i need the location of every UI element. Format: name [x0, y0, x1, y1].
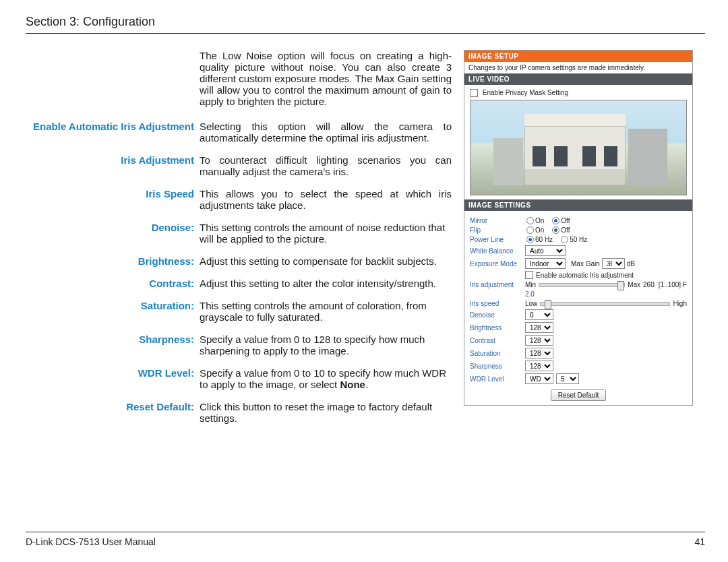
reset-default-button[interactable]: Reset Default: [551, 389, 607, 401]
definition-term: Denoise:: [26, 222, 200, 245]
definition-row: WDR Level:Specify a value from 0 to 10 t…: [26, 367, 452, 390]
iris-speed-slider[interactable]: [540, 302, 670, 306]
iris-max-label: Max: [628, 281, 640, 288]
wdr-value-select[interactable]: 5: [556, 373, 579, 384]
power-line-label: Power Line: [470, 236, 525, 243]
definition-row: Iris AdjustmentTo counteract difficult l…: [26, 154, 452, 177]
image-settings-title: IMAGE SETTINGS: [464, 199, 692, 211]
denoise-label: Denoise: [470, 311, 525, 319]
iris-speed-high-label: High: [673, 300, 687, 307]
definition-row: Enable Automatic Iris AdjustmentSelectin…: [26, 121, 452, 144]
exposure-mode-label: Exposure Mode: [470, 260, 525, 268]
live-video-preview: [470, 100, 687, 195]
definition-text: Adjust this setting to alter the color i…: [200, 278, 452, 289]
section-header: Section 3: Configuration: [26, 15, 705, 29]
flip-off-radio[interactable]: [552, 226, 559, 234]
saturation-select[interactable]: 128: [525, 348, 553, 358]
max-gain-label: Max Gain: [571, 260, 600, 268]
definition-term: Sharpness:: [26, 334, 200, 356]
definition-text: This setting controls the amount of nois…: [200, 222, 452, 245]
panel-title: IMAGE SETUP: [464, 51, 692, 62]
definition-text: This setting controls the amount of colo…: [200, 300, 452, 323]
enable-auto-iris-label: Enable automatic Iris adjustment: [536, 272, 634, 279]
power-60-radio[interactable]: [526, 236, 534, 243]
iris-adjustment-label: Iris adjustment: [470, 281, 525, 288]
definition-row: Contrast:Adjust this setting to alter th…: [26, 278, 452, 289]
brightness-label: Brightness: [470, 324, 525, 332]
enable-auto-iris-checkbox[interactable]: [525, 271, 533, 279]
definition-term: Brightness:: [26, 255, 200, 267]
definition-text: Selecting this option will allow the cam…: [200, 121, 452, 144]
mirror-off-radio[interactable]: [552, 217, 559, 224]
mirror-on-label: On: [535, 217, 544, 224]
iris-speed-low-label: Low: [525, 300, 537, 307]
definition-row: Reset Default:Click this button to reset…: [26, 401, 452, 424]
definition-term: Enable Automatic Iris Adjustment: [26, 121, 200, 144]
wdr-level-label: WDR Level: [470, 375, 525, 383]
iris-max-value: 260: [643, 281, 655, 288]
privacy-mask-label: Enable Privacy Mask Setting: [483, 89, 568, 96]
iris-min-label: Min: [525, 281, 536, 288]
power-60-label: 60 Hz: [535, 236, 553, 243]
definition-text: Specify a value from 0 to 128 to specify…: [200, 334, 452, 356]
iris-adjustment-slider[interactable]: [539, 283, 625, 287]
brightness-select[interactable]: 128: [525, 322, 553, 333]
definition-text: Click this button to reset the image to …: [200, 401, 452, 424]
definition-text: Adjust this setting to compensate for ba…: [200, 255, 452, 267]
white-balance-select[interactable]: Auto: [525, 245, 566, 256]
header-rule: [26, 33, 705, 34]
definition-term: Reset Default:: [26, 401, 200, 424]
denoise-select[interactable]: 0: [525, 309, 553, 320]
definition-row: Brightness:Adjust this setting to compen…: [26, 255, 452, 267]
max-gain-select[interactable]: 36: [602, 258, 625, 269]
mirror-label: Mirror: [470, 217, 525, 224]
flip-label: Flip: [470, 226, 525, 234]
contrast-select[interactable]: 128: [525, 335, 553, 346]
definition-term: Iris Adjustment: [26, 154, 200, 177]
mirror-on-radio[interactable]: [526, 217, 534, 224]
definition-term: Iris Speed: [26, 188, 200, 211]
image-setup-panel: IMAGE SETUP Changes to your IP camera se…: [464, 50, 693, 406]
footer-rule: [26, 532, 705, 532]
power-50-radio[interactable]: [561, 236, 568, 243]
footer-page-number: 41: [694, 536, 705, 547]
flip-off-label: Off: [561, 226, 570, 234]
sharpness-select[interactable]: 128: [525, 361, 553, 371]
panel-notice: Changes to your IP camera settings are m…: [464, 62, 692, 73]
definition-row: Denoise:This setting controls the amount…: [26, 222, 452, 245]
power-50-label: 50 Hz: [570, 236, 587, 243]
flip-on-radio[interactable]: [526, 226, 534, 234]
definition-text: Specify a value from 0 to 10 to specify …: [200, 367, 452, 390]
mirror-off-label: Off: [561, 217, 570, 224]
saturation-label: Saturation: [470, 350, 525, 357]
max-gain-unit: dB: [627, 260, 635, 268]
exposure-mode-select[interactable]: Indoor: [525, 258, 566, 269]
iris-speed-label: Iris speed: [470, 300, 525, 307]
wdr-mode-select[interactable]: WDR: [525, 373, 553, 384]
footer-manual-name: D-Link DCS-7513 User Manual: [26, 536, 156, 547]
sharpness-label: Sharpness: [470, 363, 525, 370]
privacy-mask-checkbox[interactable]: [470, 89, 478, 97]
definition-term: WDR Level:: [26, 367, 200, 390]
white-balance-label: White Balance: [470, 247, 525, 255]
definition-text: To counteract difficult lighting scenari…: [200, 154, 452, 177]
contrast-label: Contrast: [470, 337, 525, 344]
content-column: The Low Noise option will focus on creat…: [26, 50, 452, 435]
definition-term: Contrast:: [26, 278, 200, 289]
iris-value: 2.0: [525, 290, 535, 298]
intro-paragraph: The Low Noise option will focus on creat…: [200, 50, 452, 107]
iris-range: [1..100] F: [659, 281, 687, 288]
definition-row: Iris SpeedThis allows you to select the …: [26, 188, 452, 211]
definition-text: This allows you to select the speed at w…: [200, 188, 452, 211]
definition-term: Saturation:: [26, 300, 200, 323]
definition-row: Sharpness:Specify a value from 0 to 128 …: [26, 334, 452, 356]
live-video-title: LIVE VIDEO: [464, 73, 692, 85]
definition-row: Saturation:This setting controls the amo…: [26, 300, 452, 323]
flip-on-label: On: [535, 226, 544, 234]
